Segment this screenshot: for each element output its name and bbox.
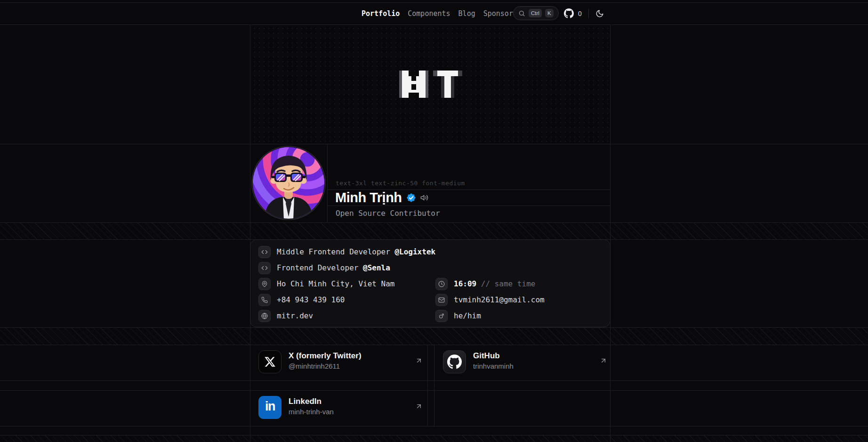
email-row: tvminh2611@gmail.com <box>435 294 545 306</box>
kbd-k: K <box>545 9 554 17</box>
email-text[interactable]: tvminh2611@gmail.com <box>454 295 545 304</box>
search-icon <box>518 10 525 17</box>
time-row: 16:09 // same time <box>435 278 545 290</box>
tailwind-annotation: text-3xl text-zinc-50 font-medium <box>336 180 465 187</box>
pixel-letter-m <box>399 71 428 98</box>
external-link-arrow-icon <box>600 357 607 364</box>
location-text: Ho Chi Minh City, Viet Nam <box>277 279 394 288</box>
portfolio-page: Portfolio Components Blog Sponsors Ctrl … <box>0 0 868 442</box>
social-row2-hairline <box>0 426 868 426</box>
location-row: Ho Chi Minh City, Viet Nam <box>258 278 435 290</box>
globe-icon <box>258 310 271 322</box>
verified-badge-icon <box>407 193 416 202</box>
main-nav: Portfolio Components Blog Sponsors <box>362 2 517 24</box>
job1-company: @Logixtek <box>394 247 435 256</box>
name-row: Minh Trịnh <box>335 189 428 205</box>
external-link-arrow-icon <box>415 357 423 364</box>
hatch-band-2 <box>0 328 868 345</box>
name-bottom-hairline <box>327 205 611 206</box>
map-pin-icon <box>258 278 271 290</box>
phone-row: +84 943 439 160 <box>258 294 435 306</box>
time-value: 16:09 <box>454 279 476 288</box>
info-card: Middle Frontend Developer @Logixtek Fron… <box>250 239 611 327</box>
social-handle: minh-trinh-van <box>289 407 334 417</box>
github-icon[interactable] <box>564 8 574 18</box>
phone-icon <box>258 294 271 306</box>
nav-right-group: 0 <box>564 2 604 24</box>
social-gutter-right-line <box>434 345 434 426</box>
nav-link-components[interactable]: Components <box>408 9 450 18</box>
nav-link-sponsors[interactable]: Sponsors <box>483 9 517 18</box>
website-text[interactable]: mitr.dev <box>277 311 313 320</box>
social-title: LinkedIn <box>289 396 334 407</box>
pronouns-row: he/him <box>435 310 545 322</box>
dark-mode-toggle-moon-icon[interactable] <box>595 9 604 18</box>
mail-icon <box>435 294 448 306</box>
website-row: mitr.dev <box>258 310 435 322</box>
mt-pixel-logo <box>399 71 462 98</box>
social-card-linkedin[interactable]: in LinkedIn minh-trinh-van <box>258 390 427 426</box>
social-card-github[interactable]: GitHub trinhvanminh <box>443 345 612 380</box>
pronouns-text: he/him <box>454 311 481 320</box>
avatar-divider <box>327 144 328 222</box>
social-handle: trinhvanminh <box>473 361 514 371</box>
job-row-1: Middle Frontend Developer @Logixtek <box>258 246 435 258</box>
job2-text: Frontend Developer <box>277 263 363 272</box>
search-button[interactable]: Ctrl K <box>513 6 559 20</box>
male-gender-icon <box>435 310 448 322</box>
info-column-right: 16:09 // same time tvminh2611@gmail.com … <box>435 278 545 322</box>
hatch-band-footer <box>0 435 868 442</box>
linkedin-logo-icon: in <box>258 396 281 419</box>
github-logo-icon <box>443 350 466 373</box>
nav-link-blog[interactable]: Blog <box>458 9 475 18</box>
github-star-count[interactable]: 0 <box>578 10 582 17</box>
social-handle: @minhtrinh2611 <box>289 361 362 371</box>
time-note: // same time <box>476 279 535 288</box>
speaker-icon[interactable] <box>420 194 428 202</box>
job1-text: Middle Frontend Developer <box>277 247 394 256</box>
nav-link-portfolio[interactable]: Portfolio <box>362 9 400 18</box>
kbd-ctrl: Ctrl <box>529 9 542 17</box>
social-card-x[interactable]: X (formerly Twitter) @minhtrinh2611 <box>258 345 427 380</box>
pixel-letter-t <box>433 71 462 98</box>
info-column-left: Middle Frontend Developer @Logixtek Fron… <box>258 246 435 322</box>
social-gutter-left-line <box>427 345 428 426</box>
code-icon <box>258 246 271 258</box>
phone-text: +84 943 439 160 <box>277 295 345 304</box>
social-title: GitHub <box>473 351 514 361</box>
profile-name: Minh Trịnh <box>335 190 402 205</box>
hatch-band-1 <box>0 223 868 239</box>
code-icon <box>258 262 271 274</box>
job-row-2: Frontend Developer @Senla <box>258 262 435 274</box>
avatar <box>251 145 326 221</box>
hero-dotted-panel <box>250 24 610 144</box>
hero-bottom-hairline <box>0 144 868 144</box>
social-title: X (formerly Twitter) <box>289 351 362 361</box>
profile-tagline: Open Source Contributor <box>336 209 440 218</box>
clock-icon <box>435 278 448 290</box>
job2-company: @Senla <box>363 263 390 272</box>
external-link-arrow-icon <box>415 403 423 410</box>
x-logo-icon <box>258 350 281 373</box>
nav-divider <box>588 9 589 18</box>
